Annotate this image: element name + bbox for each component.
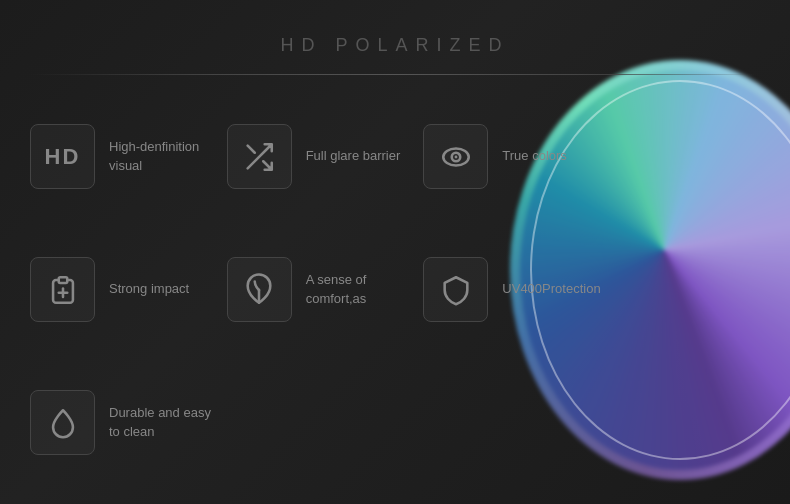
feature-uv-protection: UV400Protection — [423, 228, 610, 351]
glare-barrier-label: Full glare barrier — [306, 147, 401, 165]
hd-visual-label: High-denfinition visual — [109, 138, 217, 174]
divider — [30, 74, 760, 75]
page-title: HD POLARIZED — [30, 35, 760, 56]
glare-barrier-icon-box — [227, 124, 292, 189]
comfort-icon-box — [227, 257, 292, 322]
feature-durable: Durable and easy to clean — [30, 361, 217, 484]
drop-icon — [46, 406, 80, 440]
durable-label: Durable and easy to clean — [109, 404, 217, 440]
strong-impact-icon-box — [30, 257, 95, 322]
shield-icon — [439, 273, 473, 307]
feature-hd-visual: HD High-denfinition visual — [30, 95, 217, 218]
main-content: HD POLARIZED HD High-denfinition visual … — [0, 0, 790, 504]
features-grid: HD High-denfinition visual Full glare ba… — [30, 95, 610, 484]
hammer-icon — [46, 273, 80, 307]
feature-true-colors: True colors — [423, 95, 610, 218]
uv-protection-icon-box — [423, 257, 488, 322]
title-section: HD POLARIZED — [30, 20, 760, 66]
hd-visual-icon-box: HD — [30, 124, 95, 189]
svg-point-2 — [454, 155, 457, 158]
feature-comfort: A sense of comfort,as — [227, 228, 414, 351]
shuffle-icon — [242, 140, 276, 174]
hd-icon: HD — [45, 144, 81, 170]
durable-icon-box — [30, 390, 95, 455]
true-colors-icon-box — [423, 124, 488, 189]
strong-impact-label: Strong impact — [109, 280, 189, 298]
feature-strong-impact: Strong impact — [30, 228, 217, 351]
eye-icon — [439, 140, 473, 174]
uv-protection-label: UV400Protection — [502, 280, 600, 298]
comfort-label: A sense of comfort,as — [306, 271, 414, 307]
feature-glare-barrier: Full glare barrier — [227, 95, 414, 218]
leaf-icon — [242, 273, 276, 307]
true-colors-label: True colors — [502, 147, 567, 165]
